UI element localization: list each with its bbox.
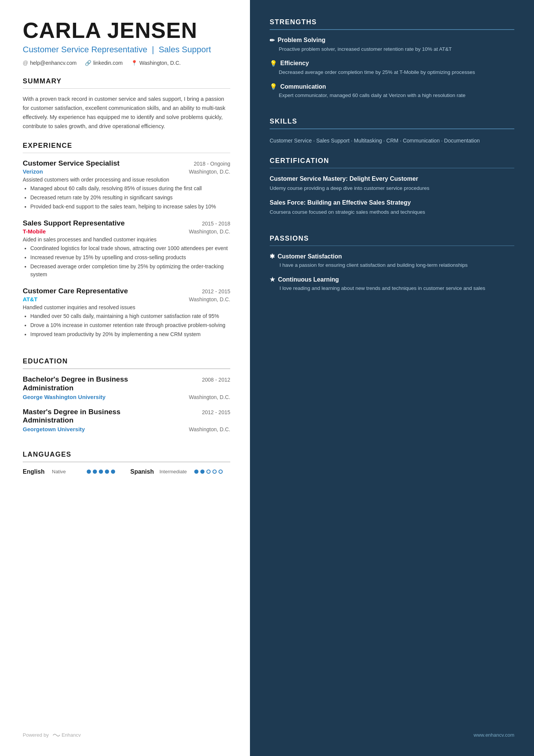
- exp-company-verizon: Verizon: [23, 168, 43, 175]
- lang-spanish-name: Spanish: [130, 468, 155, 475]
- strength-desc-ps: Proactive problem solver, increased cust…: [270, 45, 514, 53]
- dot-en-1: [87, 470, 91, 474]
- right-column: STRENGTHS ✏ Problem Solving Proactive pr…: [250, 0, 534, 756]
- edu-header-georgetown: Master's Degree in Business Administrati…: [23, 408, 230, 425]
- lang-spanish-dots: [194, 470, 223, 474]
- skills-title: SKILLS: [270, 117, 514, 125]
- passions-title: PASSIONS: [270, 235, 514, 243]
- star-icon: ★: [270, 276, 275, 283]
- strength-desc-eff: Decreased average order completion time …: [270, 69, 514, 76]
- cert-desc-1: Udemy course providing a deep dive into …: [270, 185, 514, 192]
- bullet-att-3: Improved team productivity by 20% by imp…: [30, 330, 230, 338]
- dot-en-4: [105, 470, 109, 474]
- edu-dates-gwu: 2008 - 2012: [202, 377, 230, 383]
- star-burst-icon: ✱: [270, 253, 275, 260]
- exp-company-att: AT&T: [23, 296, 37, 302]
- exp-company-tmobile: T-Mobile: [23, 228, 46, 235]
- certification-title: CERTIFICATION: [270, 157, 514, 165]
- exp-entry-tmobile: Sales Support Representative 2015 - 2018…: [23, 219, 230, 279]
- exp-dates-tmobile: 2015 - 2018: [202, 221, 230, 227]
- location-icon: 📍: [131, 60, 137, 66]
- header: CARLA JENSEN Customer Service Representa…: [23, 18, 230, 77]
- experience-section: EXPERIENCE Customer Service Specialist 2…: [23, 142, 230, 347]
- strength-communication: 💡 Communication Expert communicator, man…: [270, 83, 514, 99]
- cert-desc-2: Coursera course focused on strategic sal…: [270, 208, 514, 216]
- title-part1: Customer Service Representative: [23, 45, 147, 54]
- edu-school-georgetown: Georgetown University: [23, 426, 85, 432]
- email-text: help@enhancv.com: [30, 60, 77, 66]
- exp-subrow-tmobile: T-Mobile Washington, D.C.: [23, 228, 230, 235]
- exp-desc-verizon: Assisted customers with order processing…: [23, 177, 230, 183]
- dot-es-4: [212, 470, 217, 474]
- strength-desc-comm: Expert communicator, managed 60 calls da…: [270, 92, 514, 99]
- strength-title-comm: Communication: [280, 83, 326, 90]
- footer-logo: Enhancv: [53, 732, 81, 738]
- education-divider: [23, 368, 230, 369]
- edu-entry-georgetown: Master's Degree in Business Administrati…: [23, 408, 230, 433]
- lang-english-name: English: [23, 468, 47, 475]
- edu-subrow-georgetown: Georgetown University Washington, D.C.: [23, 426, 230, 432]
- exp-entry-att: Customer Care Representative 2012 - 2015…: [23, 287, 230, 338]
- summary-divider: [23, 88, 230, 89]
- candidate-name: CARLA JENSEN: [23, 18, 230, 42]
- strength-header-eff: 💡 Efficiency: [270, 60, 514, 67]
- skills-text: Customer Service · Sales Support · Multi…: [270, 136, 514, 146]
- exp-location-verizon: Washington, D.C.: [189, 169, 230, 175]
- bulb-icon-2: 💡: [270, 83, 277, 90]
- left-column: CARLA JENSEN Customer Service Representa…: [0, 0, 250, 756]
- bullet-verizon-3: Provided back-end support to the sales t…: [30, 203, 230, 211]
- edu-dates-georgetown: 2012 - 2015: [202, 409, 230, 415]
- linkedin-icon: 🔗: [85, 60, 91, 66]
- lang-english: English Native: [23, 468, 115, 475]
- skills-divider: [270, 128, 514, 129]
- exp-title-att: Customer Care Representative: [23, 287, 128, 295]
- languages-title: LANGUAGES: [23, 451, 230, 459]
- cert-item-1: Customer Service Mastery: Delight Every …: [270, 175, 514, 192]
- strength-header-comm: 💡 Communication: [270, 83, 514, 90]
- edu-degree-gwu: Bachelor's Degree in Business Administra…: [23, 375, 151, 393]
- footer-brand: Enhancv: [62, 732, 81, 738]
- footer-website: www.enhancv.com: [474, 732, 514, 738]
- exp-bullets-verizon: Managed about 60 calls daily, resolving …: [23, 185, 230, 211]
- edu-entry-gwu: Bachelor's Degree in Business Administra…: [23, 375, 230, 400]
- contact-row: @ help@enhancv.com 🔗 linkedin.com 📍 Wash…: [23, 60, 230, 66]
- edu-school-gwu: George Washington University: [23, 394, 106, 400]
- bullet-tmobile-1: Coordinated logistics for local trade sh…: [30, 244, 230, 252]
- experience-divider: [23, 153, 230, 153]
- passions-section: PASSIONS ✱ Customer Satisfaction I have …: [270, 235, 514, 299]
- summary-title: SUMMARY: [23, 77, 230, 85]
- skills-section: SKILLS Customer Service · Sales Support …: [270, 117, 514, 146]
- strength-problem-solving: ✏ Problem Solving Proactive problem solv…: [270, 37, 514, 53]
- bulb-icon-1: 💡: [270, 60, 277, 67]
- exp-location-att: Washington, D.C.: [189, 296, 230, 302]
- cert-item-2: Sales Force: Building an Effective Sales…: [270, 199, 514, 216]
- passion-title-cs: Customer Satisfaction: [278, 253, 342, 260]
- edu-degree-georgetown: Master's Degree in Business Administrati…: [23, 408, 151, 425]
- linkedin-text: linkedin.com: [93, 60, 123, 66]
- edu-location-georgetown: Washington, D.C.: [189, 426, 230, 432]
- cert-title-1: Customer Service Mastery: Delight Every …: [270, 175, 514, 183]
- strength-title-ps: Problem Solving: [278, 37, 325, 44]
- exp-header-tmobile: Sales Support Representative 2015 - 2018: [23, 219, 230, 227]
- bullet-att-1: Handled over 50 calls daily, maintaining…: [30, 312, 230, 320]
- location-contact: 📍 Washington, D.C.: [131, 60, 181, 66]
- passion-header-cs: ✱ Customer Satisfaction: [270, 253, 514, 260]
- passion-header-cl: ★ Continuous Learning: [270, 276, 514, 283]
- dot-es-1: [194, 470, 198, 474]
- education-title: EDUCATION: [23, 357, 230, 365]
- exp-dates-att: 2012 - 2015: [202, 288, 230, 294]
- summary-text: With a proven track record in customer s…: [23, 95, 230, 131]
- linkedin-contact: 🔗 linkedin.com: [85, 60, 123, 66]
- strengths-divider: [270, 29, 514, 30]
- exp-subrow-verizon: Verizon Washington, D.C.: [23, 168, 230, 175]
- bullet-att-2: Drove a 10% increase in customer retenti…: [30, 321, 230, 329]
- email-contact: @ help@enhancv.com: [23, 60, 77, 66]
- exp-bullets-att: Handled over 50 calls daily, maintaining…: [23, 312, 230, 338]
- passion-continuous-learning: ★ Continuous Learning I love reading and…: [270, 276, 514, 292]
- passions-divider: [270, 246, 514, 246]
- strengths-section: STRENGTHS ✏ Problem Solving Proactive pr…: [270, 18, 514, 106]
- lang-spanish: Spanish Intermediate: [130, 468, 223, 475]
- exp-bullets-tmobile: Coordinated logistics for local trade sh…: [23, 244, 230, 279]
- strength-efficiency: 💡 Efficiency Decreased average order com…: [270, 60, 514, 76]
- exp-header-att: Customer Care Representative 2012 - 2015: [23, 287, 230, 295]
